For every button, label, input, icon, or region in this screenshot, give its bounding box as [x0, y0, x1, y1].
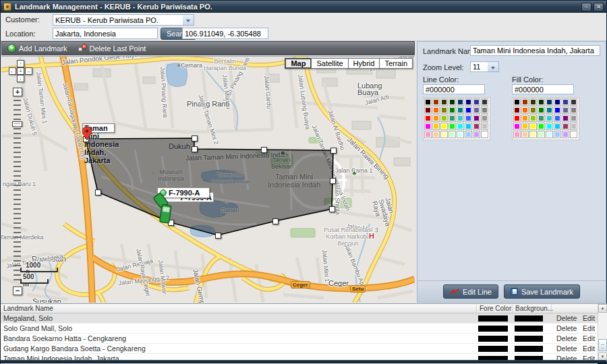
column-background-color[interactable]: Backgroun...: [512, 305, 551, 313]
palette-swatch[interactable]: [554, 123, 561, 130]
row-delete-link[interactable]: Delete: [556, 344, 577, 353]
palette-swatch[interactable]: [521, 123, 529, 130]
zoom-in-icon[interactable]: +: [13, 88, 22, 96]
line-color-input[interactable]: [423, 84, 485, 94]
palette-swatch[interactable]: [513, 131, 521, 138]
palette-swatch[interactable]: [481, 107, 488, 114]
location-input[interactable]: [53, 28, 158, 39]
palette-swatch[interactable]: [562, 98, 569, 106]
palette-swatch[interactable]: [529, 123, 537, 130]
palette-swatch[interactable]: [554, 98, 561, 106]
palette-swatch[interactable]: [424, 115, 432, 122]
zoom-tick[interactable]: [13, 222, 21, 224]
map-pin-icon[interactable]: [82, 127, 92, 140]
palette-swatch[interactable]: [432, 115, 440, 122]
palette-swatch[interactable]: [449, 123, 456, 130]
palette-swatch[interactable]: [432, 123, 440, 130]
coordinates-input[interactable]: [182, 28, 268, 39]
palette-swatch[interactable]: [465, 107, 472, 114]
zoom-tick[interactable]: [13, 156, 21, 158]
zoom-level-combo[interactable]: [470, 61, 488, 72]
zoom-tick[interactable]: [13, 104, 21, 106]
palette-swatch[interactable]: [546, 98, 553, 106]
zoom-tick[interactable]: [13, 232, 21, 233]
add-landmark-button[interactable]: Add Landmark: [2, 42, 73, 55]
palette-swatch[interactable]: [570, 98, 577, 106]
zoom-tick[interactable]: [13, 180, 21, 181]
palette-swatch[interactable]: [570, 115, 577, 122]
map-type-terrain[interactable]: Terrain: [379, 58, 413, 69]
palette-swatch[interactable]: [457, 115, 464, 122]
palette-swatch[interactable]: [432, 131, 440, 138]
zoom-tick[interactable]: [13, 260, 21, 262]
palette-swatch[interactable]: [465, 123, 472, 130]
landmark-name-input[interactable]: [470, 45, 600, 56]
zoom-tick[interactable]: [13, 114, 21, 115]
save-landmark-button[interactable]: Save Landmark: [504, 284, 580, 299]
palette-swatch[interactable]: [513, 107, 521, 114]
palette-swatch[interactable]: [440, 123, 448, 130]
polygon-vertex-handle[interactable]: [95, 189, 101, 195]
palette-swatch[interactable]: [529, 115, 537, 122]
palette-swatch[interactable]: [449, 131, 456, 138]
vehicle-truck-icon[interactable]: [150, 193, 179, 226]
map-canvas[interactable]: Jalan Pondok Gede RayaJalan Tol Jagorawi…: [1, 56, 415, 303]
zoom-tick[interactable]: [13, 133, 21, 134]
palette-swatch[interactable]: [465, 98, 472, 106]
polygon-vertex-handle[interactable]: [261, 147, 267, 153]
zoom-tick[interactable]: [13, 213, 21, 214]
palette-swatch[interactable]: [449, 98, 456, 106]
palette-swatch[interactable]: [562, 123, 569, 130]
palette-swatch[interactable]: [570, 131, 577, 138]
palette-swatch[interactable]: [457, 123, 464, 130]
table-row[interactable]: Megaland, SoloDeleteEdit: [1, 313, 598, 324]
zoom-tick[interactable]: [13, 251, 21, 252]
zoom-tick[interactable]: [13, 241, 21, 243]
palette-swatch[interactable]: [457, 98, 464, 106]
palette-swatch[interactable]: [449, 115, 456, 122]
zoom-tick[interactable]: [13, 138, 21, 139]
map-type-hybrid[interactable]: Hybrid: [348, 58, 380, 69]
polygon-vertex-handle[interactable]: [215, 233, 221, 239]
zoom-tick[interactable]: [13, 119, 21, 120]
pan-down-icon[interactable]: ↓: [17, 75, 24, 82]
palette-swatch[interactable]: [449, 107, 456, 114]
palette-swatch[interactable]: [481, 115, 488, 122]
palette-swatch[interactable]: [424, 98, 432, 106]
palette-swatch[interactable]: [440, 107, 448, 114]
pan-up-icon[interactable]: ↑: [17, 60, 24, 67]
palette-swatch[interactable]: [570, 123, 577, 130]
polygon-vertex-handle[interactable]: [330, 178, 336, 184]
zoom-tick[interactable]: [13, 152, 21, 153]
palette-swatch[interactable]: [473, 107, 480, 114]
row-delete-link[interactable]: Delete: [556, 314, 577, 322]
zoom-tick[interactable]: [13, 166, 21, 167]
pan-left-icon[interactable]: ←: [9, 67, 16, 75]
zoom-tick[interactable]: [13, 194, 21, 195]
palette-swatch[interactable]: [424, 123, 432, 130]
zoom-tick[interactable]: [13, 237, 21, 238]
palette-swatch[interactable]: [424, 107, 432, 114]
row-edit-link[interactable]: Edit: [583, 314, 595, 322]
zoom-tick[interactable]: [13, 265, 21, 266]
scroll-thumb[interactable]: [598, 339, 607, 351]
polygon-vertex-handle[interactable]: [330, 148, 337, 154]
palette-swatch[interactable]: [521, 107, 529, 114]
palette-swatch[interactable]: [538, 131, 545, 138]
column-landmark-name[interactable]: Landmark Name: [1, 305, 476, 313]
zoom-tick[interactable]: [13, 161, 21, 162]
palette-swatch[interactable]: [473, 98, 480, 106]
palette-swatch[interactable]: [432, 107, 440, 114]
delete-last-point-button[interactable]: Delete Last Point: [73, 42, 152, 55]
table-row[interactable]: Bandara Soekarno Hatta - CengkarengDelet…: [1, 334, 598, 344]
map-type-map[interactable]: Map: [285, 58, 312, 69]
zoom-tick[interactable]: [13, 218, 21, 219]
zoom-tick[interactable]: [13, 142, 21, 144]
palette-swatch[interactable]: [473, 123, 480, 130]
palette-swatch[interactable]: [529, 107, 537, 114]
palette-swatch[interactable]: [521, 131, 529, 138]
row-edit-link[interactable]: Edit: [583, 344, 595, 353]
pan-center-icon[interactable]: +: [17, 67, 24, 75]
map-type-satellite[interactable]: Satellite: [311, 58, 348, 69]
palette-swatch[interactable]: [538, 123, 545, 130]
